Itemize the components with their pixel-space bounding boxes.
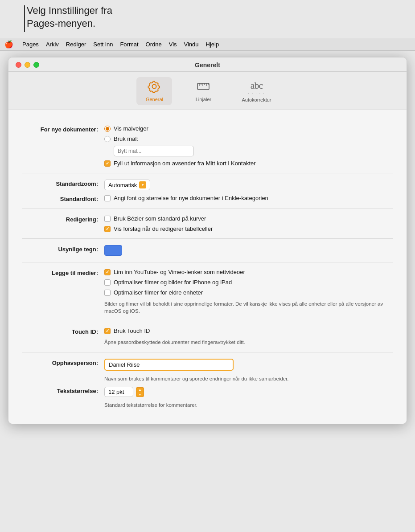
content-editing: Bruk Bézier som standard på kurver Vis f…	[104, 215, 393, 232]
section-touch-id: Touch ID: Bruk Touch ID Åpne passordbesk…	[22, 321, 393, 352]
maximize-button[interactable]	[33, 62, 39, 68]
label-optimize-mobile: Optimaliser filmer og bilder for iPhone …	[114, 279, 232, 286]
checkbox-use-touch-id[interactable]	[104, 328, 111, 334]
tab-general-label: General	[146, 97, 163, 102]
section-media: Legge til medier: Lim inn YouTube- og Vi…	[22, 262, 393, 321]
label-invisible-chars: Usynlige tegn:	[22, 245, 104, 253]
checkbox-fill-sender[interactable]	[104, 160, 111, 167]
section-author-textsize: Opphavsperson: Navn som brukes til komme…	[22, 352, 393, 415]
checkbox-bezier[interactable]	[104, 216, 111, 222]
textsize-stepper[interactable]: ▲ ▼	[136, 387, 144, 397]
label-text-size: Tekststørrelse:	[22, 387, 104, 394]
checkbox-embed-videos[interactable]	[104, 269, 111, 275]
section-invisible-chars: Usynlige tegn:	[22, 239, 393, 262]
close-button[interactable]	[16, 62, 21, 68]
zoom-value: Automatisk	[108, 182, 137, 188]
menu-hjelp[interactable]: Hjelp	[202, 40, 223, 49]
row-text-size: Tekststørrelse: 12 pkt ▲ ▼ Standard teks…	[22, 387, 393, 409]
label-show-suggestions: Vis forslag når du redigerer tabellcelle…	[114, 225, 213, 232]
radio-use-template[interactable]	[104, 136, 111, 142]
menubar: 🍎 Pages Arkiv Rediger Sett inn Format Or…	[0, 38, 415, 51]
option-optimize-older: Optimaliser filmer for eldre enheter	[104, 289, 393, 296]
menu-arkiv[interactable]: Arkiv	[42, 40, 62, 49]
option-bezier: Bruk Bézier som standard på kurver	[104, 215, 393, 222]
menu-vis[interactable]: Vis	[165, 40, 181, 49]
author-description: Navn som brukes til kommentarer og spore…	[104, 375, 393, 382]
content-standardfont: Angi font og størrelse for nye dokumente…	[104, 195, 393, 201]
tab-autocorrect[interactable]: abc · · · · · Autokorrektur	[234, 77, 278, 105]
option-optimize-mobile: Optimaliser filmer og bilder for iPhone …	[104, 279, 393, 286]
invisible-chars-color-swatch[interactable]	[104, 245, 122, 256]
content-media: Lim inn YouTube- og Vimeo-lenker som net…	[104, 269, 393, 315]
label-standardzoom: Standardzoom:	[22, 180, 104, 187]
row-author: Opphavsperson: Navn som brukes til komme…	[22, 359, 393, 382]
media-description: Bilder og filmer vil bli beholdt i sine …	[104, 300, 393, 315]
annotation-line	[24, 5, 25, 32]
option-set-font: Angi font og størrelse for nye dokumente…	[104, 195, 393, 201]
section-zoom-font: Standardzoom: Automatisk ▾ Standardfont:	[22, 173, 393, 209]
row-standardzoom: Standardzoom: Automatisk ▾	[22, 180, 393, 190]
checkbox-optimize-older[interactable]	[104, 290, 111, 296]
label-new-documents: For nye dokumenter:	[22, 125, 104, 133]
section-new-documents: For nye dokumenter: Vis malvelger Bruk m…	[22, 119, 393, 173]
apple-menu[interactable]: 🍎	[4, 40, 13, 49]
option-show-suggestions: Vis forslag når du redigerer tabellcelle…	[104, 225, 393, 232]
minimize-button[interactable]	[25, 62, 30, 68]
label-author: Opphavsperson:	[22, 359, 104, 366]
row-media: Legge til medier: Lim inn YouTube- og Vi…	[22, 269, 393, 315]
label-editing: Redigering:	[22, 215, 104, 223]
content-standardzoom: Automatisk ▾	[104, 180, 393, 190]
gear-icon	[148, 80, 161, 95]
textsize-row: 12 pkt ▲ ▼	[104, 387, 393, 397]
menu-format[interactable]: Format	[116, 40, 142, 49]
tab-rulers-label: Linjaler	[196, 97, 211, 102]
label-bezier: Bruk Bézier som standard på kurver	[114, 215, 206, 222]
touch-id-description: Åpne passordbeskyttede dokumenter med fi…	[104, 339, 393, 346]
label-standard-font: Angi font og størrelse for nye dokumente…	[114, 195, 268, 201]
content-invisible-chars	[104, 245, 393, 256]
checkbox-standard-font[interactable]	[104, 195, 111, 201]
traffic-lights	[16, 62, 39, 68]
menu-ordne[interactable]: Ordne	[142, 40, 165, 49]
preferences-content: For nye dokumenter: Vis malvelger Bruk m…	[8, 110, 407, 424]
label-use-touch-id: Bruk Touch ID	[114, 327, 150, 334]
label-fill-sender: Fyll ut informasjon om avsender fra Mitt…	[114, 160, 256, 167]
menu-rediger[interactable]: Rediger	[62, 40, 90, 49]
content-text-size: 12 pkt ▲ ▼ Standard tekststørrelse for k…	[104, 387, 393, 409]
label-show-template-selector: Vis malvelger	[114, 125, 148, 132]
menu-vindu[interactable]: Vindu	[181, 40, 202, 49]
toolbar: General Linjaler abc · · · · ·	[8, 72, 407, 110]
tab-rulers[interactable]: Linjaler	[185, 77, 221, 105]
label-use-template: Bruk mal:	[114, 135, 138, 142]
author-input[interactable]	[104, 359, 234, 371]
stepper-down-icon[interactable]: ▼	[136, 392, 144, 397]
template-input[interactable]	[114, 146, 194, 156]
section-editing: Redigering: Bruk Bézier som standard på …	[22, 209, 393, 239]
zoom-dropdown[interactable]: Automatisk ▾	[104, 180, 150, 190]
option-fill-sender: Fyll ut informasjon om avsender fra Mitt…	[104, 160, 393, 167]
row-new-documents: For nye dokumenter: Vis malvelger Bruk m…	[22, 125, 393, 167]
tab-general[interactable]: General	[136, 77, 172, 105]
titlebar: Generelt	[8, 57, 407, 72]
menu-pages[interactable]: Pages	[19, 40, 42, 49]
option-embed-videos: Lim inn YouTube- og Vimeo-lenker som net…	[104, 269, 393, 275]
row-invisible-chars: Usynlige tegn:	[22, 245, 393, 256]
option-use-touch-id: Bruk Touch ID	[104, 327, 393, 334]
tab-autocorrect-label: Autokorrektur	[242, 97, 271, 102]
label-touch-id: Touch ID:	[22, 327, 104, 335]
checkbox-show-suggestions[interactable]	[104, 226, 111, 232]
option-show-template-selector: Vis malvelger	[104, 125, 393, 132]
textsize-value-display: 12 pkt	[104, 387, 133, 397]
textsize-value: 12 pkt	[108, 389, 124, 395]
annotation-text: Velg Innstillinger fra Pages-menyen.	[27, 4, 112, 30]
checkbox-optimize-mobile[interactable]	[104, 279, 111, 286]
stepper-up-icon[interactable]: ▲	[136, 388, 144, 393]
dropdown-arrow-icon: ▾	[139, 181, 146, 188]
row-editing: Redigering: Bruk Bézier som standard på …	[22, 215, 393, 232]
content-touch-id: Bruk Touch ID Åpne passordbeskyttede dok…	[104, 327, 393, 346]
content-new-documents: Vis malvelger Bruk mal: Fyll ut informas…	[104, 125, 393, 167]
radio-show-template-selector[interactable]	[104, 126, 111, 132]
row-standardfont: Standardfont: Angi font og størrelse for…	[22, 195, 393, 202]
label-optimize-older: Optimaliser filmer for eldre enheter	[114, 289, 203, 296]
menu-sett-inn[interactable]: Sett inn	[90, 40, 116, 49]
